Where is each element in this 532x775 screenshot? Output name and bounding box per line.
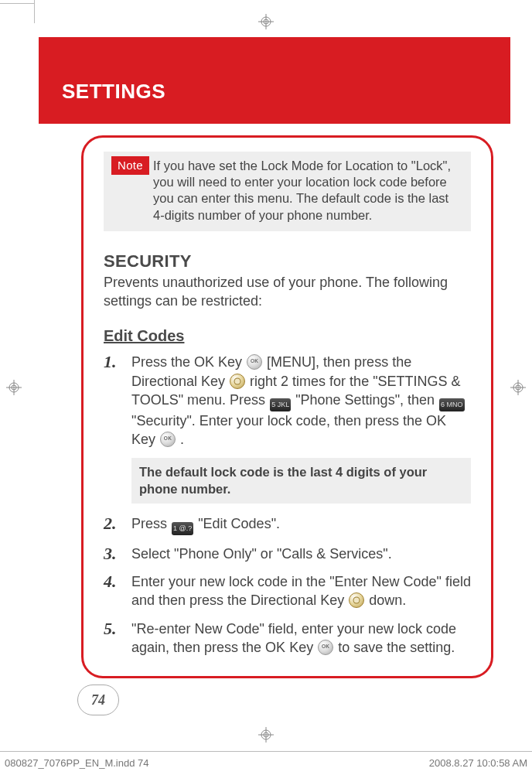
text-fragment: .: [180, 432, 184, 447]
numeric-key-1-icon: 1 @.?: [172, 522, 193, 535]
text-fragment: to save the setting.: [338, 640, 455, 655]
step-list-continued: 2. Press 1 @.? "Edit Codes". 3. Select "…: [104, 514, 471, 657]
footer-timestamp: 2008.8.27 10:0:58 AM: [429, 757, 527, 769]
step-text: Press the OK Key [MENU], then press the …: [131, 353, 471, 449]
text-fragment: Press the OK Key: [131, 354, 246, 370]
directional-key-icon: [230, 374, 245, 389]
list-item: 5. "Re-enter New Code" field, enter your…: [104, 620, 471, 657]
list-item: 2. Press 1 @.? "Edit Codes".: [104, 514, 471, 535]
ok-key-icon: [247, 354, 262, 370]
step-number: 5.: [104, 620, 127, 657]
text-fragment: Press: [131, 516, 171, 531]
page-header: SETTINGS: [39, 37, 510, 124]
registration-mark-icon: [258, 14, 274, 29]
registration-mark-icon: [258, 727, 274, 743]
step-text: Enter your new lock code in the "Enter N…: [131, 572, 471, 610]
step-text: "Re-enter New Code" field, enter your ne…: [131, 620, 471, 657]
step-list: 1. Press the OK Key [MENU], then press t…: [104, 353, 471, 449]
numeric-key-6-icon: 6 MNO: [439, 398, 465, 411]
text-fragment: "Phone Settings", then: [295, 392, 438, 408]
page-title: SETTINGS: [62, 80, 165, 104]
ok-key-icon: [318, 640, 333, 655]
list-item: 4. Enter your new lock code in the "Ente…: [104, 572, 471, 610]
registration-mark-icon: [6, 380, 22, 395]
step-number: 1.: [104, 353, 127, 449]
content-card: Note If you have set the Lock Mode for L…: [81, 135, 493, 678]
note-box: Note If you have set the Lock Mode for L…: [104, 152, 471, 231]
crop-mark: [0, 3, 35, 4]
section-body-security: Prevents unauthorized use of your phone.…: [104, 273, 471, 311]
numeric-key-5-icon: 5 JKL: [270, 398, 291, 411]
text-fragment: Enter your new lock code in the "Enter N…: [131, 574, 471, 608]
footer-divider: [0, 751, 532, 752]
ok-key-icon: [160, 432, 176, 447]
step-number: 2.: [104, 514, 127, 535]
list-item: 1. Press the OK Key [MENU], then press t…: [104, 353, 471, 449]
step-text: Select "Phone Only" or "Calls & Services…: [131, 545, 471, 563]
step-number: 4.: [104, 572, 127, 610]
step-number: 3.: [104, 545, 127, 563]
note-label: Note: [111, 156, 149, 175]
registration-mark-icon: [510, 380, 526, 395]
sub-heading-edit-codes: Edit Codes: [104, 327, 471, 345]
note-text: If you have set the Lock Mode for Locati…: [153, 158, 463, 223]
text-fragment: down.: [369, 592, 406, 608]
section-heading-security: SECURITY: [104, 251, 471, 271]
tip-box: The default lock code is the last 4 digi…: [131, 458, 471, 503]
text-fragment: "Security". Enter your lock code, then p…: [131, 413, 446, 447]
text-fragment: "Edit Codes".: [198, 516, 280, 531]
step-text: Press 1 @.? "Edit Codes".: [131, 514, 471, 535]
footer-filename: 080827_7076PP_EN_M.indd 74: [5, 757, 148, 769]
directional-key-icon: [349, 592, 364, 608]
list-item: 3. Select "Phone Only" or "Calls & Servi…: [104, 545, 471, 563]
page-number-badge: 74: [77, 685, 119, 715]
